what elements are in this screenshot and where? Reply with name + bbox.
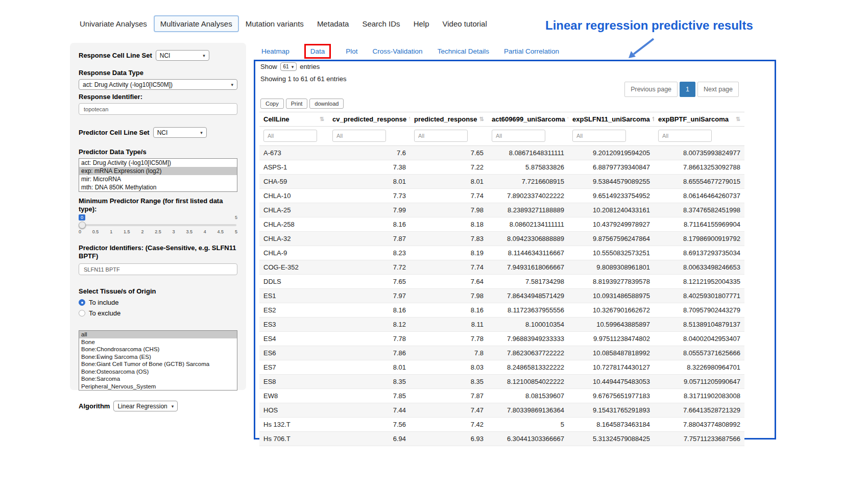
filter-cell (488, 127, 568, 146)
expbptf-cell: 8.04002042953407 (654, 332, 744, 346)
table-row[interactable]: HOS 7.44 7.47 7.80339869136364 9.1543176… (259, 403, 744, 418)
results-tab[interactable]: Plot (346, 47, 357, 55)
table-row[interactable]: ASPS-1 7.38 7.22 5.875833826 6.887977393… (259, 160, 744, 175)
act609699-cell: 8.11446343116667 (488, 246, 568, 260)
table-row[interactable]: Hs 706.T 6.94 6.93 6.30441303366667 5.31… (259, 432, 744, 446)
sort-icon[interactable]: ⇅ (320, 114, 324, 124)
predicted-response-cell: 7.74 (410, 189, 488, 203)
column-filter-input[interactable] (332, 130, 386, 142)
table-row[interactable]: A-673 7.6 7.65 8.08671648311111 9.201209… (259, 146, 744, 160)
column-header[interactable]: act609699_uniSarcoma ⇅ (488, 112, 568, 127)
predictor-identifiers-input[interactable] (79, 263, 237, 275)
sort-icon[interactable]: ⇅ (479, 114, 484, 124)
list-option[interactable]: Bone:Sarcoma (79, 375, 237, 383)
list-option[interactable]: mir: MicroRNA (79, 175, 237, 183)
table-row[interactable]: ES6 7.86 7.8 7.86230637722222 10.0858487… (259, 346, 744, 360)
results-tab[interactable]: Technical Details (438, 47, 489, 55)
table-row[interactable]: CHLA-9 8.23 8.19 8.11446343116667 10.555… (259, 246, 744, 260)
current-page-button[interactable]: 1 (680, 82, 695, 97)
table-row[interactable]: ES7 8.01 8.03 8.24865813322222 10.727817… (259, 360, 744, 375)
column-filter-input[interactable] (658, 130, 712, 142)
list-option[interactable]: Bone:Ewing Sarcoma (ES) (79, 353, 237, 361)
nav-tab[interactable]: Multivariate Analyses (154, 15, 239, 32)
list-option[interactable]: Peripheral_Nervous_System (79, 383, 237, 391)
column-header[interactable]: predicted_response ⇅ (410, 112, 488, 127)
slider-track[interactable] (80, 224, 236, 226)
column-header[interactable]: expBPTF_uniSarcoma ⇅ (654, 112, 744, 127)
table-row[interactable]: ES1 7.97 7.98 7.86434948571429 10.093148… (259, 289, 744, 303)
chevron-down-icon: ▾ (172, 404, 174, 409)
column-header[interactable]: CellLine ⇅ (259, 112, 328, 127)
list-option[interactable]: mth: DNA 850K Methylation (79, 183, 237, 191)
table-row[interactable]: EW8 7.85 7.87 8.081539607 9.676756519771… (259, 389, 744, 403)
act609699-cell: 7.80339869136364 (488, 403, 568, 418)
predictor-cell-line-set-select[interactable]: NCI ▾ (153, 127, 207, 138)
nav-tab[interactable]: Metadata (310, 15, 356, 32)
table-row[interactable]: ES8 8.35 8.35 8.12100854022222 10.449447… (259, 375, 744, 389)
nav-tab[interactable]: Help (407, 15, 436, 32)
table-row[interactable]: ES4 7.78 7.78 7.96883949233333 9.9751123… (259, 332, 744, 346)
cv-predicted-response-cell: 7.99 (328, 203, 410, 217)
export-button[interactable]: Print (286, 99, 308, 109)
nav-tab[interactable]: Search IDs (355, 15, 406, 32)
table-row[interactable]: Hs 132.T 7.56 7.42 5 8.1645873463184 7.8… (259, 418, 744, 432)
next-page-button[interactable]: Next page (697, 82, 739, 97)
nav-tab[interactable]: Univariate Analyses (73, 15, 154, 32)
column-header[interactable]: expSLFN11_uniSarcoma ⇅ (568, 112, 654, 127)
column-filter-input[interactable] (572, 130, 626, 142)
nav-tab[interactable]: Video tutorial (436, 15, 493, 32)
list-option[interactable]: exp: mRNA Expression (log2) (79, 167, 237, 175)
list-option[interactable]: Bone (79, 338, 237, 346)
sort-icon[interactable]: ⇅ (567, 114, 568, 124)
predictor-data-types-list[interactable]: act: Drug Activity (-log10[IC50M]) exp: … (79, 158, 237, 192)
cell-line-cell: CHLA-25 (259, 203, 328, 217)
table-row[interactable]: CHLA-25 7.99 7.98 8.23893271188889 10.20… (259, 203, 744, 217)
tissue-list[interactable]: all Bone Bone:Chondrosarcoma (CHS) Bone:… (79, 330, 237, 391)
table-row[interactable]: CHLA-258 8.16 8.18 8.08602134111111 10.4… (259, 217, 744, 232)
column-filter-input[interactable] (492, 130, 545, 142)
radio-unchecked-icon (79, 310, 85, 316)
list-option[interactable]: act: Drug Activity (-log10[IC50M]) (79, 159, 237, 167)
previous-page-button[interactable]: Previous page (624, 82, 678, 97)
sort-icon[interactable]: ⇅ (408, 114, 410, 124)
table-row[interactable]: ES2 8.16 8.16 8.11723637955556 10.326790… (259, 303, 744, 318)
list-option[interactable]: all (79, 331, 237, 338)
results-tab[interactable]: Data (304, 44, 331, 59)
list-option[interactable]: Bone:Giant Cell Tumor of Bone (GCTB) Sar… (79, 360, 237, 368)
cell-line-cell: COG-E-352 (259, 260, 328, 275)
response-cell-line-set-select[interactable]: NCI ▾ (156, 50, 209, 61)
cv-predicted-response-cell: 7.38 (328, 160, 410, 175)
table-row[interactable]: CHLA-10 7.73 7.74 7.89023374022222 9.651… (259, 189, 744, 203)
column-filter-input[interactable] (263, 130, 317, 142)
predicted-response-cell: 8.16 (410, 303, 488, 318)
table-row[interactable]: CHA-59 8.01 8.01 7.7216608915 9.53844579… (259, 175, 744, 189)
algorithm-select[interactable]: Linear Regression ▾ (113, 401, 178, 411)
results-tab[interactable]: Heatmap (261, 47, 290, 55)
results-tab[interactable]: Cross-Validation (373, 47, 423, 55)
response-identifier-input[interactable] (79, 103, 237, 115)
table-row[interactable]: COG-E-352 7.72 7.74 7.94931618066667 9.8… (259, 260, 744, 275)
list-option[interactable]: Bone:Chondrosarcoma (CHS) (79, 346, 237, 353)
column-filter-input[interactable] (414, 130, 468, 142)
min-predictor-range-slider[interactable]: 0 5 00.511.522.533.544.55 (79, 214, 237, 238)
entries-count-select[interactable]: 61 ▾ (280, 62, 297, 71)
export-button[interactable]: download (309, 99, 344, 109)
export-button[interactable]: Copy (260, 99, 284, 109)
tissue-include-radio[interactable]: To include (79, 299, 237, 306)
sort-icon[interactable]: ⇅ (736, 114, 740, 124)
table-row[interactable]: DDLS 7.65 7.64 7.581734298 8.81939277839… (259, 275, 744, 289)
slider-handle[interactable] (79, 222, 86, 229)
slider-tick-label: 5 (235, 229, 237, 234)
tissue-exclude-radio[interactable]: To exclude (79, 309, 237, 317)
min-predictor-range-label: Minimum Predictor Range (for first liste… (79, 197, 237, 213)
cv-predicted-response-cell: 8.01 (328, 175, 410, 189)
table-row[interactable]: ES3 8.12 8.11 8.100010354 10.59964388589… (259, 318, 744, 332)
expslfn11-cell: 9.8089308961801 (568, 260, 654, 275)
nav-tab[interactable]: Mutation variants (239, 15, 310, 32)
list-option[interactable]: Bone:Osteosarcoma (OS) (79, 368, 237, 376)
results-tab[interactable]: Partial Correlation (504, 47, 559, 55)
column-header[interactable]: cv_predicted_response ⇅ (328, 112, 410, 127)
response-data-type-select[interactable]: act: Drug Activity (-log10[IC50M]) ▾ (79, 79, 237, 90)
sort-icon[interactable]: ⇅ (652, 114, 654, 124)
table-row[interactable]: CHLA-32 7.87 7.83 8.09423306888889 9.875… (259, 232, 744, 246)
